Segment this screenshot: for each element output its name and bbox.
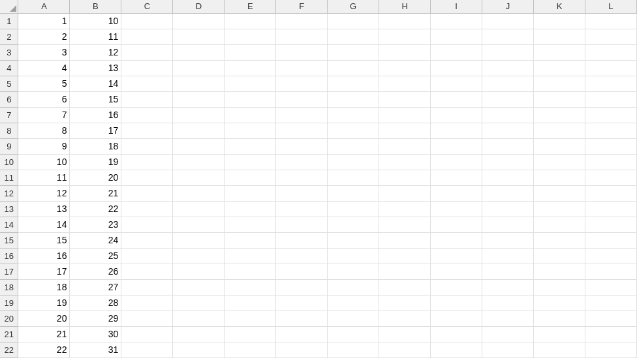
cell-C18[interactable] (121, 279, 173, 295)
cell-L21[interactable] (585, 326, 636, 342)
row-header-6[interactable]: 6 (0, 91, 18, 107)
cell-B13[interactable]: 22 (70, 201, 121, 217)
cell-B19[interactable]: 28 (70, 295, 121, 311)
cell-B1[interactable]: 10 (70, 13, 121, 29)
column-header-C[interactable]: C (121, 0, 173, 13)
cell-A20[interactable]: 20 (18, 311, 70, 326)
cell-J6[interactable] (482, 91, 534, 107)
cell-B4[interactable]: 13 (70, 60, 121, 76)
cell-E7[interactable] (225, 107, 276, 123)
cell-F8[interactable] (276, 123, 328, 138)
cell-A4[interactable]: 4 (18, 60, 70, 76)
cell-B5[interactable]: 14 (70, 76, 121, 91)
cell-A11[interactable]: 11 (18, 170, 70, 185)
cell-E13[interactable] (225, 201, 276, 217)
cell-C10[interactable] (121, 154, 173, 170)
row-header-7[interactable]: 7 (0, 107, 18, 123)
cell-G11[interactable] (328, 170, 379, 185)
cell-A8[interactable]: 8 (18, 123, 70, 138)
cell-B12[interactable]: 21 (70, 185, 121, 201)
cell-F3[interactable] (276, 44, 328, 60)
cell-B2[interactable]: 11 (70, 29, 121, 44)
cell-L18[interactable] (585, 279, 636, 295)
cell-I10[interactable] (431, 154, 482, 170)
cell-H16[interactable] (379, 248, 431, 264)
cell-J4[interactable] (482, 60, 534, 76)
cell-I2[interactable] (431, 29, 482, 44)
cell-K2[interactable] (534, 29, 585, 44)
row-header-22[interactable]: 22 (0, 342, 18, 357)
cell-K6[interactable] (534, 91, 585, 107)
cell-K21[interactable] (534, 326, 585, 342)
cell-K4[interactable] (534, 60, 585, 76)
cell-F19[interactable] (276, 295, 328, 311)
cell-E1[interactable] (225, 13, 276, 29)
cell-J14[interactable] (482, 217, 534, 232)
cell-D10[interactable] (173, 154, 225, 170)
cell-F1[interactable] (276, 13, 328, 29)
cell-H17[interactable] (379, 264, 431, 279)
column-header-A[interactable]: A (18, 0, 70, 13)
column-header-G[interactable]: G (328, 0, 379, 13)
cell-G2[interactable] (328, 29, 379, 44)
cell-J9[interactable] (482, 138, 534, 154)
cell-C21[interactable] (121, 326, 173, 342)
cell-J17[interactable] (482, 264, 534, 279)
cell-L14[interactable] (585, 217, 636, 232)
cell-I1[interactable] (431, 13, 482, 29)
row-header-17[interactable]: 17 (0, 264, 18, 279)
column-header-F[interactable]: F (276, 0, 328, 13)
cell-K3[interactable] (534, 44, 585, 60)
cell-I6[interactable] (431, 91, 482, 107)
cell-K9[interactable] (534, 138, 585, 154)
cell-A7[interactable]: 7 (18, 107, 70, 123)
cell-B11[interactable]: 20 (70, 170, 121, 185)
cell-D12[interactable] (173, 185, 225, 201)
cell-A9[interactable]: 9 (18, 138, 70, 154)
cell-F12[interactable] (276, 185, 328, 201)
cell-D9[interactable] (173, 138, 225, 154)
cell-I19[interactable] (431, 295, 482, 311)
column-header-B[interactable]: B (70, 0, 121, 13)
cell-F18[interactable] (276, 279, 328, 295)
cell-G8[interactable] (328, 123, 379, 138)
column-header-L[interactable]: L (585, 0, 636, 13)
cell-A14[interactable]: 14 (18, 217, 70, 232)
row-header-20[interactable]: 20 (0, 311, 18, 326)
cell-L7[interactable] (585, 107, 636, 123)
cell-L13[interactable] (585, 201, 636, 217)
cell-K16[interactable] (534, 248, 585, 264)
cell-B22[interactable]: 31 (70, 342, 121, 357)
cell-D20[interactable] (173, 311, 225, 326)
row-header-13[interactable]: 13 (0, 201, 18, 217)
cell-H5[interactable] (379, 76, 431, 91)
cell-I20[interactable] (431, 311, 482, 326)
cell-I21[interactable] (431, 326, 482, 342)
cell-B10[interactable]: 19 (70, 154, 121, 170)
cell-H8[interactable] (379, 123, 431, 138)
cell-I12[interactable] (431, 185, 482, 201)
cell-J22[interactable] (482, 342, 534, 357)
cell-H15[interactable] (379, 232, 431, 248)
cell-L20[interactable] (585, 311, 636, 326)
cell-B7[interactable]: 16 (70, 107, 121, 123)
cell-D15[interactable] (173, 232, 225, 248)
cell-K22[interactable] (534, 342, 585, 357)
cell-B6[interactable]: 15 (70, 91, 121, 107)
cell-D22[interactable] (173, 342, 225, 357)
cell-D11[interactable] (173, 170, 225, 185)
cell-C7[interactable] (121, 107, 173, 123)
cell-J11[interactable] (482, 170, 534, 185)
cell-I18[interactable] (431, 279, 482, 295)
cell-F7[interactable] (276, 107, 328, 123)
cell-H14[interactable] (379, 217, 431, 232)
cell-H3[interactable] (379, 44, 431, 60)
cell-F21[interactable] (276, 326, 328, 342)
cell-J3[interactable] (482, 44, 534, 60)
cell-K8[interactable] (534, 123, 585, 138)
cell-B20[interactable]: 29 (70, 311, 121, 326)
cell-I4[interactable] (431, 60, 482, 76)
column-header-K[interactable]: K (534, 0, 585, 13)
cell-C20[interactable] (121, 311, 173, 326)
cell-G5[interactable] (328, 76, 379, 91)
